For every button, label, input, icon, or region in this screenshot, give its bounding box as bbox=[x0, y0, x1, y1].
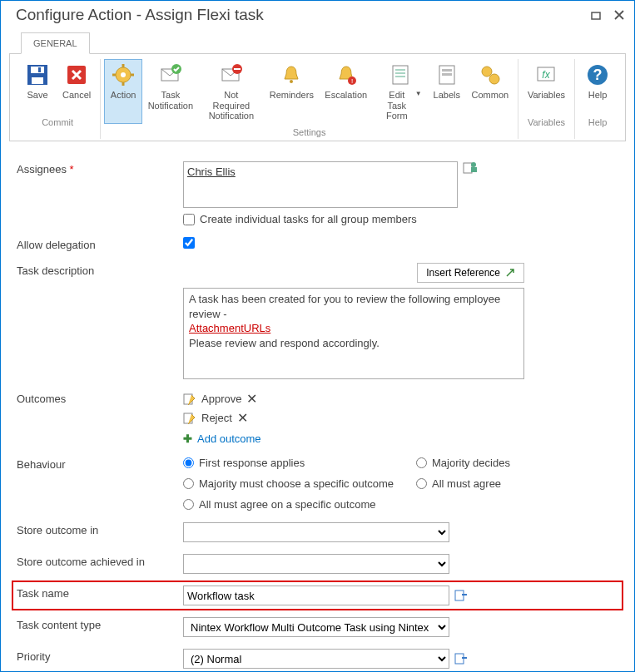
save-icon bbox=[24, 62, 51, 88]
svg-rect-2 bbox=[31, 67, 44, 73]
gear-icon bbox=[110, 62, 136, 88]
svg-point-27 bbox=[482, 67, 492, 77]
close-icon[interactable] bbox=[614, 10, 624, 20]
svg-rect-39 bbox=[462, 594, 467, 595]
lookup-icon[interactable] bbox=[454, 590, 468, 601]
svg-rect-4 bbox=[38, 67, 41, 72]
assignees-input[interactable]: Chris Ellis bbox=[183, 161, 458, 208]
labels-button[interactable]: Labels bbox=[428, 59, 466, 124]
help-button[interactable]: ? Help bbox=[578, 59, 617, 114]
behaviour-label: Behaviour bbox=[17, 457, 183, 471]
outcome-edit-icon[interactable] bbox=[183, 393, 196, 405]
priority-label: Priority bbox=[17, 649, 183, 663]
form-content: Assignees * Chris Ellis Create individua… bbox=[2, 155, 633, 670]
allow-delegation-checkbox[interactable] bbox=[183, 237, 195, 249]
outcome-delete-icon[interactable]: ✕ bbox=[237, 410, 248, 426]
outcome-item: Reject ✕ bbox=[183, 410, 618, 426]
svg-point-7 bbox=[121, 72, 126, 77]
store-outcome-in-select[interactable] bbox=[183, 522, 449, 542]
edit-task-form-button[interactable]: Edit Task Form ▼ bbox=[373, 59, 428, 124]
store-outcome-in-label: Store outcome in bbox=[17, 522, 183, 536]
outcome-delete-icon[interactable]: ✕ bbox=[246, 391, 257, 407]
titlebar: Configure Action - Assign Flexi task bbox=[1, 1, 634, 27]
chevron-down-icon: ▼ bbox=[415, 90, 422, 97]
cancel-icon bbox=[63, 62, 90, 88]
ribbon: Save Cancel Commit Action Task Notificat… bbox=[9, 53, 626, 141]
cancel-button[interactable]: Cancel bbox=[57, 59, 97, 114]
tab-general[interactable]: GENERAL bbox=[21, 32, 90, 54]
lookup-icon[interactable] bbox=[454, 653, 468, 665]
task-name-label: Task name bbox=[17, 586, 183, 600]
svg-rect-25 bbox=[442, 69, 452, 72]
svg-text:fx: fx bbox=[543, 69, 551, 81]
svg-rect-16 bbox=[234, 68, 241, 70]
behaviour-first-response[interactable]: First response applies bbox=[183, 457, 416, 469]
task-notification-button[interactable]: Task Notification bbox=[142, 59, 199, 124]
people-picker-icon[interactable] bbox=[463, 161, 478, 175]
save-button[interactable]: Save bbox=[18, 59, 57, 114]
priority-select[interactable]: (2) Normal bbox=[183, 649, 449, 669]
dialog-title: Configure Action - Assign Flexi task bbox=[16, 6, 264, 24]
escalation-button[interactable]: ! Escalation bbox=[320, 59, 373, 124]
insert-reference-button[interactable]: Insert Reference bbox=[417, 263, 524, 283]
behaviour-all-agree[interactable]: All must agree bbox=[416, 477, 583, 490]
tabstrip: GENERAL bbox=[21, 32, 634, 54]
variables-button[interactable]: fx Variables bbox=[522, 59, 571, 114]
behaviour-majority-specific[interactable]: Majority must choose a specific outcome bbox=[183, 477, 416, 490]
store-outcome-achieved-label: Store outcome achieved in bbox=[17, 554, 183, 568]
svg-point-17 bbox=[290, 80, 293, 83]
help-icon: ? bbox=[584, 62, 611, 88]
assignees-label: Assignees * bbox=[17, 161, 183, 175]
variables-icon: fx bbox=[533, 62, 559, 88]
svg-point-34 bbox=[471, 162, 476, 167]
add-outcome-button[interactable]: ✚ Add outcome bbox=[183, 432, 618, 445]
bell-icon bbox=[278, 62, 305, 88]
create-individual-checkbox[interactable] bbox=[183, 214, 195, 225]
behaviour-majority-decides[interactable]: Majority decides bbox=[416, 457, 583, 469]
svg-rect-41 bbox=[462, 657, 467, 659]
escalation-icon: ! bbox=[333, 62, 360, 88]
svg-text:?: ? bbox=[593, 67, 603, 83]
ribbon-group-variables: Variables bbox=[522, 116, 571, 129]
create-individual-checkbox-row[interactable]: Create individual tasks for all group me… bbox=[183, 213, 618, 225]
attachment-urls-reference[interactable]: AttachmentURLs bbox=[189, 322, 270, 334]
svg-rect-35 bbox=[471, 167, 477, 172]
not-required-notification-button[interactable]: Not Required Notification bbox=[199, 59, 264, 124]
svg-rect-20 bbox=[393, 66, 408, 84]
not-required-icon bbox=[218, 62, 245, 88]
ribbon-group-settings: Settings bbox=[104, 126, 514, 139]
svg-rect-3 bbox=[32, 77, 43, 84]
svg-rect-33 bbox=[464, 163, 472, 173]
action-button[interactable]: Action bbox=[104, 59, 142, 124]
behaviour-all-agree-specific[interactable]: All must agree on a specific outcome bbox=[183, 498, 416, 511]
ribbon-group-help: Help bbox=[578, 116, 617, 129]
outcomes-label: Outcomes bbox=[17, 391, 183, 405]
task-name-highlight: Task name bbox=[12, 581, 623, 610]
task-description-label: Task description bbox=[17, 263, 183, 277]
maximize-icon[interactable] bbox=[591, 10, 601, 20]
form-icon bbox=[387, 62, 414, 88]
create-individual-label: Create individual tasks for all group me… bbox=[200, 213, 417, 225]
outcome-edit-icon[interactable] bbox=[183, 413, 196, 424]
common-icon bbox=[477, 62, 504, 88]
plus-icon: ✚ bbox=[183, 432, 192, 445]
labels-icon bbox=[434, 62, 460, 88]
svg-rect-0 bbox=[592, 12, 600, 19]
task-content-type-label: Task content type bbox=[17, 617, 183, 631]
allow-delegation-label: Allow delegation bbox=[17, 237, 183, 251]
task-name-input[interactable] bbox=[183, 586, 449, 605]
store-outcome-achieved-select[interactable] bbox=[183, 554, 449, 574]
task-description-input[interactable]: A task has been created for you to revie… bbox=[183, 288, 524, 379]
ribbon-group-commit: Commit bbox=[18, 116, 97, 129]
svg-rect-26 bbox=[442, 73, 452, 76]
task-content-type-select[interactable]: Nintex Workflow Multi Outcome Task using… bbox=[183, 617, 449, 637]
outcome-item: Approve ✕ bbox=[183, 391, 618, 407]
common-button[interactable]: Common bbox=[466, 59, 514, 124]
insert-reference-icon bbox=[505, 268, 515, 278]
reminders-button[interactable]: Reminders bbox=[264, 59, 320, 124]
svg-point-28 bbox=[489, 74, 499, 84]
svg-text:!: ! bbox=[351, 77, 353, 85]
task-notification-icon bbox=[157, 62, 184, 88]
